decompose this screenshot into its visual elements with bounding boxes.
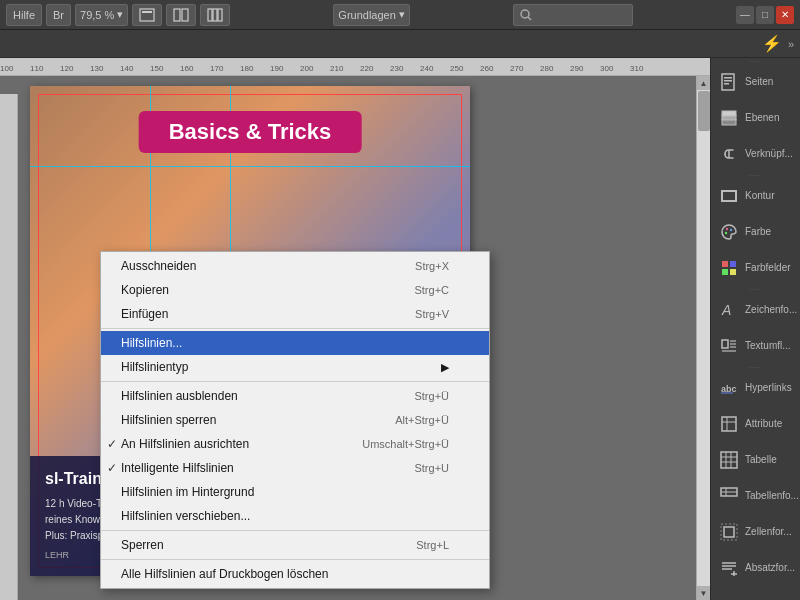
ctx-ausschneiden[interactable]: Ausschneiden Strg+X xyxy=(101,254,489,278)
vertical-scrollbar[interactable]: ▲ ▼ xyxy=(696,76,710,600)
panel-item-zellenfo[interactable]: Zellenfor... xyxy=(711,514,800,550)
ctx-sep-1 xyxy=(101,328,489,329)
kontur-icon xyxy=(719,186,739,206)
svg-rect-33 xyxy=(722,417,736,431)
scroll-thumb[interactable] xyxy=(698,91,710,131)
ctx-einfuegen[interactable]: Einfügen Strg+V xyxy=(101,302,489,326)
workspace-arrow: ▾ xyxy=(399,8,405,21)
maximize-button[interactable]: □ xyxy=(756,6,774,24)
svg-rect-3 xyxy=(182,9,188,21)
svg-rect-26 xyxy=(722,340,728,348)
window-controls: — □ ✕ xyxy=(736,6,794,24)
ebenen-label: Ebenen xyxy=(745,112,779,124)
tabelle-label: Tabelle xyxy=(745,454,777,466)
svg-rect-11 xyxy=(724,80,732,82)
panel-item-zeichenfo[interactable]: A Zeichenfo... xyxy=(711,292,800,328)
ebenen-icon xyxy=(719,108,739,128)
view-mode-btn3[interactable] xyxy=(200,4,230,26)
svg-rect-6 xyxy=(218,9,222,21)
help-menu[interactable]: Hilfe xyxy=(6,4,42,26)
ctx-verschieben[interactable]: Hilfslinien verschieben... xyxy=(101,504,489,528)
ctx-sperren[interactable]: Sperren Strg+L xyxy=(101,533,489,557)
svg-point-19 xyxy=(730,229,732,231)
svg-rect-15 xyxy=(722,111,736,116)
svg-rect-44 xyxy=(724,527,734,537)
ctx-intelligente[interactable]: ✓ Intelligente Hilfslinien Strg+U xyxy=(101,456,489,480)
ctx-sep-2 xyxy=(101,381,489,382)
svg-rect-2 xyxy=(174,9,180,21)
view-mode-btn1[interactable] xyxy=(132,4,162,26)
ctx-hilfslinien-label: Hilfslinien... xyxy=(121,336,182,350)
zeichenfo-icon: A xyxy=(719,300,739,320)
ctx-hilfslinien[interactable]: Hilfslinien... xyxy=(101,331,489,355)
view-mode-btn2[interactable] xyxy=(166,4,196,26)
panel-item-verknuepf[interactable]: Verknüpf... xyxy=(711,136,800,172)
zeichenfo-label: Zeichenfo... xyxy=(745,304,797,316)
svg-point-20 xyxy=(725,232,727,234)
close-button[interactable]: ✕ xyxy=(776,6,794,24)
attribute-icon xyxy=(719,414,739,434)
panel-item-farbe[interactable]: Farbe xyxy=(711,214,800,250)
farbe-label: Farbe xyxy=(745,226,771,238)
ctx-alle-loeschen[interactable]: Alle Hilfslinien auf Druckbogen löschen xyxy=(101,562,489,586)
tabellenfo-label: Tabellenfo... xyxy=(745,490,799,502)
ctx-ausrichten[interactable]: ✓ An Hilfslinien ausrichten Umschalt+Str… xyxy=(101,432,489,456)
ctx-sep-3 xyxy=(101,530,489,531)
ctx-hintergrund[interactable]: Hilfslinien im Hintergrund xyxy=(101,480,489,504)
ctx-alle-loeschen-label: Alle Hilfslinien auf Druckbogen löschen xyxy=(121,567,328,581)
panel-item-kontur[interactable]: Kontur xyxy=(711,178,800,214)
panel-item-textumfl[interactable]: Textumfl... xyxy=(711,328,800,364)
ctx-verschieben-label: Hilfslinien verschieben... xyxy=(121,509,250,523)
svg-rect-22 xyxy=(730,261,736,267)
svg-rect-5 xyxy=(213,9,217,21)
scroll-down-arrow[interactable]: ▼ xyxy=(697,586,711,600)
zoom-value: 79,5 % xyxy=(80,9,114,21)
panel-toggle[interactable]: » xyxy=(788,38,794,50)
ctx-sperren-shortcut: Strg+L xyxy=(416,539,449,551)
panel-item-tabelle[interactable]: Tabelle xyxy=(711,442,800,478)
absatzfo-label: Absatzfor... xyxy=(745,562,795,574)
farbfelder-label: Farbfelder xyxy=(745,262,791,274)
ctx-intelligente-check: ✓ xyxy=(107,461,117,475)
guide-horizontal-1[interactable] xyxy=(30,166,470,167)
ruler-top: 100 110 120 130 140 150 160 170 180 190 … xyxy=(0,58,710,76)
ctx-hilfslinientyp[interactable]: Hilfslinientyp ▶ xyxy=(101,355,489,379)
ctx-hintergrund-label: Hilfslinien im Hintergrund xyxy=(121,485,254,499)
svg-rect-9 xyxy=(722,74,734,90)
attribute-label: Attribute xyxy=(745,418,782,430)
absatzfo-icon xyxy=(719,558,739,578)
panel-item-ebenen[interactable]: Ebenen xyxy=(711,100,800,136)
bridge-button[interactable]: Br xyxy=(46,4,71,26)
context-menu: Ausschneiden Strg+X Kopieren Strg+C Einf… xyxy=(100,251,490,589)
ctx-ausschneiden-shortcut: Strg+X xyxy=(415,260,449,272)
panel-item-attribute[interactable]: Attribute xyxy=(711,406,800,442)
ctx-kopieren[interactable]: Kopieren Strg+C xyxy=(101,278,489,302)
ctx-sep-4 xyxy=(101,559,489,560)
panel-item-tabellenfo[interactable]: Tabellenfo... xyxy=(711,478,800,514)
ctx-sperren-label: Sperren xyxy=(121,538,164,552)
search-btn[interactable] xyxy=(513,4,633,26)
search-icon xyxy=(520,9,532,21)
panel-item-farbfelder[interactable]: Farbfelder xyxy=(711,250,800,286)
banner: Basics & Tricks xyxy=(139,111,362,153)
panel-item-seiten[interactable]: Seiten xyxy=(711,64,800,100)
minimize-button[interactable]: — xyxy=(736,6,754,24)
svg-rect-4 xyxy=(208,9,212,21)
hyperlinks-icon: abc xyxy=(719,378,739,398)
farbe-icon xyxy=(719,222,739,242)
zoom-dropdown[interactable]: 79,5 % ▾ xyxy=(75,4,128,26)
ctx-sperren-hilf[interactable]: Hilfslinien sperren Alt+Strg+Ü xyxy=(101,408,489,432)
ctx-ausrichten-shortcut: Umschalt+Strg+Ü xyxy=(362,438,449,450)
panel-item-hyperlinks[interactable]: abc Hyperlinks xyxy=(711,370,800,406)
svg-rect-10 xyxy=(724,77,732,79)
verknuepf-label: Verknüpf... xyxy=(745,148,793,160)
canvas-content[interactable]: Basics & Tricks sl-Training 12 h Video-T… xyxy=(0,76,710,600)
workspace-center: Grundlagen ▾ xyxy=(333,4,410,26)
ctx-ausblenden[interactable]: Hilfslinien ausblenden Strg+Ü xyxy=(101,384,489,408)
scroll-up-arrow[interactable]: ▲ xyxy=(697,76,711,90)
workspace-dropdown[interactable]: Grundlagen ▾ xyxy=(333,4,410,26)
svg-rect-23 xyxy=(722,269,728,275)
svg-point-7 xyxy=(521,10,529,18)
panel-item-absatzfo[interactable]: Absatzfor... xyxy=(711,550,800,586)
lightning-icon[interactable]: ⚡ xyxy=(762,34,782,53)
